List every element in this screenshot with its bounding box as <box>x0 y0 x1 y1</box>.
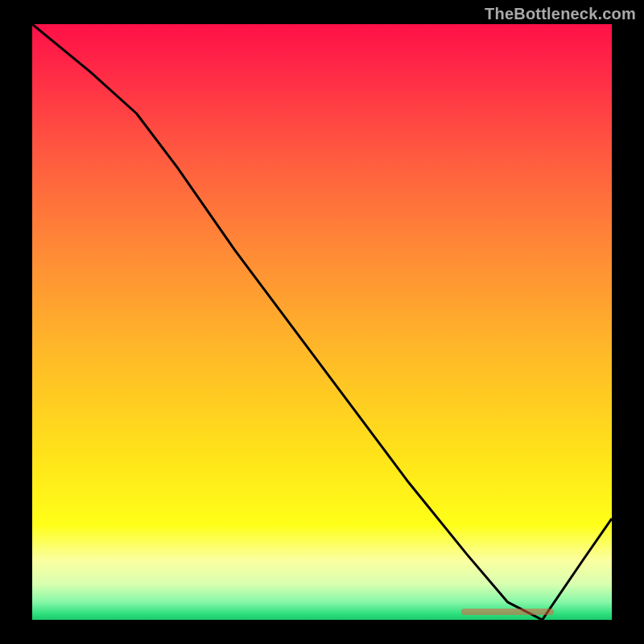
curve-path <box>32 24 612 620</box>
bottleneck-curve <box>32 24 612 620</box>
optimum-range-marker <box>461 609 554 615</box>
watermark-text: TheBottleneck.com <box>485 5 636 23</box>
plot-area <box>32 24 612 620</box>
chart-frame: TheBottleneck.com <box>0 0 644 644</box>
